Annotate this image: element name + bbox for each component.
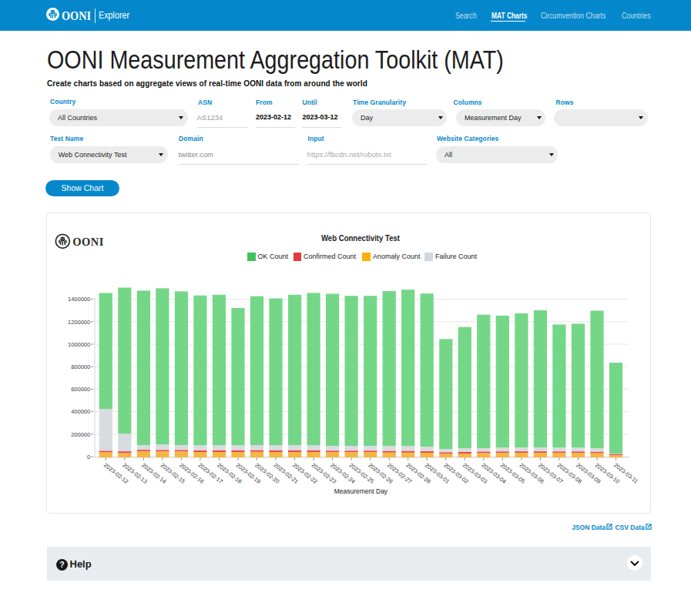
svg-text:1000000: 1000000 — [68, 341, 90, 348]
svg-text:600000: 600000 — [71, 386, 90, 393]
svg-text:400000: 400000 — [71, 408, 90, 415]
svg-text:200000: 200000 — [71, 431, 90, 438]
svg-text:1400000: 1400000 — [68, 296, 90, 303]
svg-text:800000: 800000 — [71, 363, 90, 370]
svg-text:1200000: 1200000 — [68, 319, 90, 326]
svg-text:?: ? — [59, 560, 64, 569]
svg-text:Measurement Day: Measurement Day — [334, 487, 388, 495]
svg-text:0: 0 — [87, 454, 90, 460]
